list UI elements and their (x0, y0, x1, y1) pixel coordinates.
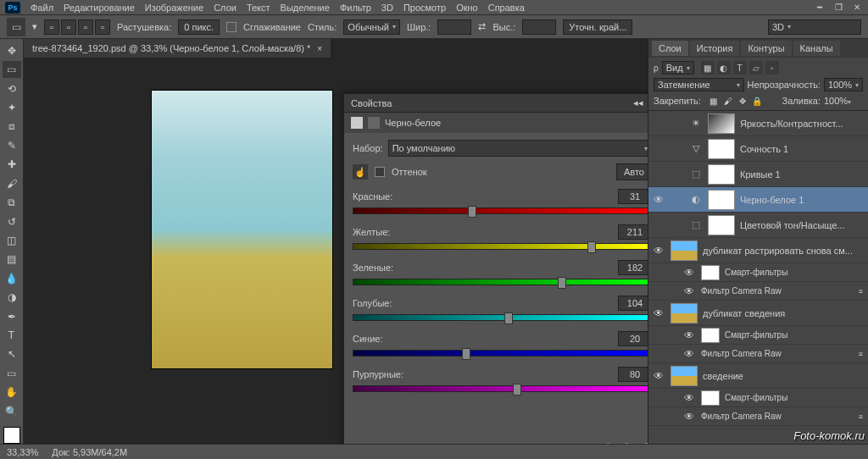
filter-adjustment-icon[interactable]: ◐ (717, 61, 731, 75)
refine-edge-button[interactable]: Уточн. край... (563, 19, 632, 35)
minimize-button[interactable]: ━ (812, 2, 827, 14)
layer-row[interactable]: 👁дубликат растрировать снова см... (648, 238, 868, 263)
visibility-toggle[interactable]: 👁 (652, 307, 665, 319)
slider-value-input[interactable]: 104 (618, 296, 648, 311)
layer-thumbnail[interactable] (708, 113, 735, 134)
menu-filter[interactable]: Фильтр (340, 3, 371, 13)
history-brush-tool[interactable]: ↺ (3, 213, 21, 230)
visibility-toggle[interactable]: 👁 (682, 348, 696, 360)
layer-thumbnail[interactable] (708, 215, 735, 235)
shape-tool[interactable]: ▭ (3, 365, 21, 381)
slider-thumb[interactable] (513, 384, 521, 395)
layer-thumbnail[interactable] (670, 303, 698, 324)
document-canvas[interactable] (151, 90, 333, 369)
visibility-toggle[interactable]: 👁 (682, 267, 696, 279)
layer-name[interactable]: Цветовой тон/Насыще... (740, 220, 868, 230)
layer-name[interactable]: Кривые 1 (740, 169, 868, 180)
slider-value-input[interactable]: 20 (618, 331, 648, 346)
menu-view[interactable]: Просмотр (403, 3, 446, 13)
style-select[interactable]: Обычный▾ (343, 19, 400, 35)
slider-thumb[interactable] (468, 206, 476, 218)
visibility-toggle[interactable]: 👁 (682, 285, 696, 297)
auto-button[interactable]: Авто (616, 163, 648, 180)
heal-tool[interactable]: ✚ (3, 157, 21, 173)
foreground-color-swatch[interactable] (3, 427, 20, 443)
layer-row[interactable]: ⬚Кривые 1 (648, 162, 868, 187)
close-tab-icon[interactable]: × (317, 44, 322, 53)
layer-thumbnail[interactable] (708, 139, 735, 159)
tab-history[interactable]: История (690, 41, 740, 56)
height-input[interactable] (522, 19, 556, 35)
lasso-tool[interactable]: ⟲ (3, 80, 21, 97)
visibility-toggle[interactable]: 👁 (652, 370, 665, 382)
width-input[interactable] (437, 19, 471, 35)
layer-thumbnail[interactable] (708, 164, 735, 185)
intersect-selection-icon[interactable]: ▫ (95, 19, 110, 35)
opacity-input[interactable]: 100%▾ (824, 78, 863, 91)
slider-value-input[interactable]: 182 (618, 260, 648, 275)
slider-track[interactable] (353, 207, 648, 214)
layer-name[interactable]: Яркость/Контрастност... (740, 119, 868, 129)
filter-type-icon[interactable]: T (733, 61, 747, 75)
layer-name[interactable]: Черно-белое 1 (740, 195, 868, 205)
hand-tool[interactable]: ✋ (3, 384, 21, 401)
tint-checkbox[interactable] (375, 167, 385, 177)
zoom-readout[interactable]: 33,33% (7, 447, 38, 457)
visibility-toggle[interactable]: 👁 (682, 329, 696, 341)
document-tab[interactable]: tree-873464_1920.psd @ 33,3% (Черно-бело… (24, 39, 331, 58)
visibility-toggle[interactable]: 👁 (652, 245, 665, 257)
layer-filter-select[interactable]: Вид▾ (662, 61, 694, 75)
path-tool[interactable]: ↖ (3, 346, 21, 362)
filter-settings-icon[interactable]: ≡ (859, 412, 863, 421)
zoom-tool[interactable]: 🔍 (3, 403, 21, 419)
gradient-tool[interactable]: ▤ (3, 252, 21, 268)
layer-name[interactable]: сведение (703, 371, 868, 381)
filter-smart-icon[interactable]: ▫ (765, 61, 779, 75)
workspace-select[interactable]: 3D▾ (768, 19, 861, 35)
tab-channels[interactable]: Каналы (793, 41, 840, 56)
menu-type[interactable]: Текст (247, 3, 270, 13)
menu-edit[interactable]: Редактирование (64, 3, 135, 13)
properties-panel-header[interactable]: Свойства ◂◂ × (344, 94, 648, 113)
tab-layers[interactable]: Слои (652, 41, 688, 56)
visibility-toggle[interactable]: 👁 (682, 411, 696, 423)
stamp-tool[interactable]: ⧉ (3, 194, 21, 210)
preset-select[interactable]: По умолчанию▾ (388, 140, 648, 157)
feather-input[interactable]: 0 пикс. (178, 19, 220, 35)
smart-filters-row[interactable]: 👁Смарт-фильтры (648, 389, 868, 407)
lock-transparent-icon[interactable]: ▦ (708, 95, 720, 107)
blur-tool[interactable]: 💧 (3, 270, 21, 286)
camera-raw-filter-row[interactable]: 👁Фильтр Camera Raw≡ (648, 345, 868, 363)
lock-pixels-icon[interactable]: 🖌 (722, 95, 734, 107)
layer-thumbnail[interactable] (708, 190, 735, 210)
active-tool-marquee-icon[interactable]: ▭ (7, 18, 25, 36)
filter-shape-icon[interactable]: ▱ (749, 61, 763, 75)
filter-mask-thumb[interactable] (701, 390, 720, 406)
pen-tool[interactable]: ✒ (3, 308, 21, 324)
swap-wh-icon[interactable]: ⇄ (478, 21, 486, 32)
visibility-toggle[interactable]: 👁 (682, 392, 696, 404)
brush-tool[interactable]: 🖌 (3, 175, 21, 191)
slider-value-input[interactable]: 31 (618, 189, 648, 204)
layer-thumbnail[interactable] (670, 241, 698, 261)
targeted-adjustment-tool[interactable]: ☝ (353, 164, 368, 180)
antialias-checkbox[interactable] (226, 22, 236, 32)
dodge-tool[interactable]: ◑ (3, 289, 21, 305)
smart-filters-row[interactable]: 👁Смарт-фильтры (648, 326, 868, 345)
eyedropper-tool[interactable]: ✎ (3, 137, 21, 153)
menu-help[interactable]: Справка (488, 3, 525, 13)
layer-row[interactable]: ▽Сочность 1 (648, 136, 868, 162)
lock-all-icon[interactable]: 🔒 (751, 95, 763, 107)
filter-mask-thumb[interactable] (701, 328, 720, 343)
move-tool[interactable]: ✥ (3, 42, 21, 58)
tab-paths[interactable]: Контуры (741, 41, 791, 56)
camera-raw-filter-row[interactable]: 👁Фильтр Camera Raw≡ (648, 407, 868, 426)
camera-raw-filter-row[interactable]: 👁Фильтр Camera Raw≡ (648, 282, 868, 301)
slider-track[interactable] (353, 314, 648, 321)
slider-track[interactable] (353, 385, 648, 392)
blend-mode-select[interactable]: Затемнение▾ (654, 78, 744, 91)
visibility-toggle[interactable]: 👁 (652, 194, 665, 206)
layer-row[interactable]: ☀Яркость/Контрастност... (648, 111, 868, 136)
tool-presets-icon[interactable]: ▾ (32, 21, 37, 32)
filter-pixel-icon[interactable]: ▦ (701, 61, 715, 75)
